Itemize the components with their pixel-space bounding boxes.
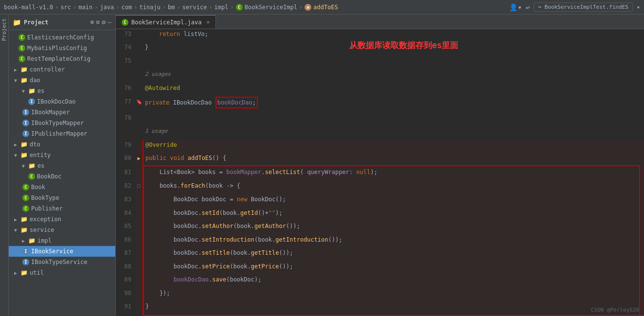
line-number: 73 xyxy=(116,29,135,42)
line-content: bookDoc.setTitle(book.getTitle()); xyxy=(143,248,644,261)
tree-item-entity-es[interactable]: ▼ 📁 es xyxy=(9,160,115,171)
test-link[interactable]: ↪ BookServiceImplTest.findES xyxy=(534,2,632,12)
tree-item-ibooktypemapper[interactable]: I IBookTypeMapper xyxy=(9,118,115,128)
code-line-hint-1usage: 1 usage xyxy=(116,126,644,140)
tree-item-publisher[interactable]: C Publisher xyxy=(9,203,115,214)
tree-item-mybatisplusconfig[interactable]: C MybatisPlusConfig xyxy=(9,43,115,53)
line-content: bookDocDao.save(bookDoc); xyxy=(143,275,644,288)
tree-item-bookdoc[interactable]: C BookDoc xyxy=(9,171,115,182)
tree-item-ibooktypeservice[interactable]: I IBookTypeService xyxy=(9,257,115,267)
tree-item-dao-es[interactable]: ▼ 📁 es xyxy=(9,86,115,96)
tree-item-dto[interactable]: ▶ 📁 dto xyxy=(9,139,115,150)
line-gutter xyxy=(135,221,143,234)
tree-item-book[interactable]: C Book xyxy=(9,182,115,193)
line-gutter xyxy=(135,83,143,96)
line-number: 82 xyxy=(116,181,135,195)
line-content xyxy=(143,56,644,69)
expand-icon: ▶ xyxy=(13,270,18,276)
tree-item-resttemplateconfig[interactable]: C RestTemplateConfig xyxy=(9,53,115,64)
line-gutter xyxy=(135,275,143,288)
gear-button[interactable]: ⚙ xyxy=(102,18,106,26)
tree-item-exception[interactable]: ▶ 📁 exception xyxy=(9,214,115,225)
tree-item-dao[interactable]: ▼ 📁 dao xyxy=(9,75,115,86)
line-content: } xyxy=(143,42,644,55)
class-icon: C xyxy=(18,45,25,52)
dropdown-icon[interactable]: ▾ xyxy=(637,4,640,11)
tree-item-controller[interactable]: ▶ 📁 controller xyxy=(9,64,115,75)
breadcrumb-item-bm[interactable]: bm xyxy=(168,4,175,11)
line-content: bookDoc.setIntroduction(book.getIntroduc… xyxy=(143,235,644,248)
breadcrumb-item-com[interactable]: com xyxy=(122,4,132,11)
user-icon[interactable]: 👤▾ xyxy=(509,3,521,11)
folder-icon: 📁 xyxy=(20,227,28,233)
line-content: bookDoc.setId(book.getId()+""); xyxy=(143,208,644,221)
line-gutter xyxy=(135,113,143,126)
tree-item-ipublishermapper[interactable]: I IPublisherMapper xyxy=(9,128,115,139)
project-panel-label[interactable]: Project xyxy=(0,15,9,316)
class-icon: C xyxy=(22,194,29,201)
tree-item-ibookmapper[interactable]: I IBookMapper xyxy=(9,107,115,118)
sidebar-header: 📁 Project ⊕ ≡ ⚙ — xyxy=(9,15,115,30)
line-content: List<Book> books = bookMapper.selectList… xyxy=(143,167,644,180)
breadcrumb-item-tinaju[interactable]: tinaju xyxy=(140,4,161,11)
method-icon: m xyxy=(304,4,311,11)
arrow-icon: ▶ xyxy=(137,156,140,161)
tree-item-util[interactable]: ▶ 📁 util xyxy=(9,267,115,278)
collapse-button[interactable]: ≡ xyxy=(96,18,100,26)
expand-icon: ▶ xyxy=(13,217,18,222)
code-editor[interactable]: 从数据库读取数据存到es里面 73 return listVo; 74 } 75 xyxy=(116,29,644,316)
breadcrumb-item-project[interactable]: book-mall-v1.0 xyxy=(4,4,53,11)
breadcrumb-bar: book-mall-v1.0 › src › main › java › com… xyxy=(0,0,644,15)
line-number: 83 xyxy=(116,194,135,208)
editor-area: C BookServiceImpl.java ✕ 从数据库读取数据存到es里面 … xyxy=(116,15,644,316)
tree-item-service-impl[interactable]: ▶ 📁 impl xyxy=(9,235,115,246)
line-gutter xyxy=(135,301,143,316)
code-line-80: 80 ▶ public void addToES() { xyxy=(116,153,644,167)
bookdocdao-highlight: bookDocDao; xyxy=(215,97,258,108)
breadcrumb-item-java[interactable]: java xyxy=(100,4,114,11)
line-gutter xyxy=(135,56,143,69)
class-icon: C xyxy=(18,55,25,62)
interface-icon: I xyxy=(22,248,29,255)
close-sidebar-button[interactable]: — xyxy=(107,18,111,26)
line-gutter: ⬡ xyxy=(135,181,143,195)
tree-item-ibookservice[interactable]: I IBookService xyxy=(9,246,115,257)
line-gutter xyxy=(135,248,143,261)
tree-item-elasticsearchconfig[interactable]: C ElasticsearchConfig xyxy=(9,32,115,43)
breadcrumb-item-main[interactable]: main xyxy=(78,4,92,11)
breadcrumb-item-service[interactable]: service xyxy=(182,4,207,11)
sidebar-tree: C ElasticsearchConfig C MybatisPlusConfi… xyxy=(9,30,115,316)
code-line-75: 75 xyxy=(116,56,644,69)
line-content xyxy=(143,113,644,126)
tree-item-booktype[interactable]: C BookType xyxy=(9,193,115,203)
code-line-85: 85 bookDoc.setAuthor(book.getAuthor()); xyxy=(116,221,644,234)
line-number: 86 xyxy=(116,235,135,248)
code-line-82: 82 ⬡ books.forEach(book -> { xyxy=(116,181,644,195)
breadcrumb-item-class[interactable]: BookServiceImpl xyxy=(245,4,297,11)
class-icon: C xyxy=(236,4,243,11)
line-number: 87 xyxy=(116,248,135,261)
interface-icon: I xyxy=(22,130,29,137)
line-gutter xyxy=(135,288,143,301)
breadcrumb-item-src[interactable]: src xyxy=(60,4,71,11)
tab-close-button[interactable]: ✕ xyxy=(207,19,210,25)
line-gutter: ▶ xyxy=(135,153,143,167)
tab-bookserviceimpl[interactable]: C BookServiceImpl.java ✕ xyxy=(116,15,216,29)
breadcrumb-item-impl[interactable]: impl xyxy=(215,4,229,11)
breadcrumb-item-method[interactable]: addToES xyxy=(313,4,338,11)
code-line-90: 90 }); xyxy=(116,288,644,301)
interface-icon: I xyxy=(28,98,35,105)
expand-icon: ▼ xyxy=(13,153,18,158)
tree-item-service[interactable]: ▼ 📁 service xyxy=(9,225,115,235)
line-content: 2 usages xyxy=(143,69,644,83)
back-icon[interactable]: ↩ xyxy=(526,3,530,11)
line-number xyxy=(116,126,135,140)
sync-button[interactable]: ⊕ xyxy=(90,18,94,26)
class-icon: C xyxy=(22,205,29,212)
class-icon: C xyxy=(18,34,25,41)
code-line-89: 89 bookDocDao.save(bookDoc); xyxy=(116,275,644,288)
tree-item-ibookdocdao[interactable]: I IBookDocDao xyxy=(9,96,115,107)
line-content: BookDoc bookDoc = new BookDoc(); xyxy=(143,194,644,208)
tree-item-entity[interactable]: ▼ 📁 entity xyxy=(9,150,115,160)
interface-icon: I xyxy=(22,120,29,126)
